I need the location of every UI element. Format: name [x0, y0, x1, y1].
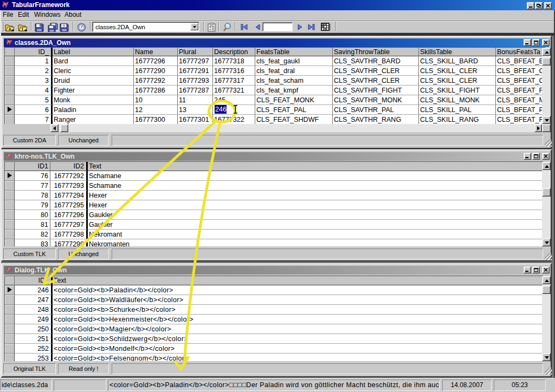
svg-text:a: a: [9, 27, 11, 31]
svg-text:?: ?: [63, 24, 66, 29]
svg-text:t: t: [22, 27, 23, 31]
